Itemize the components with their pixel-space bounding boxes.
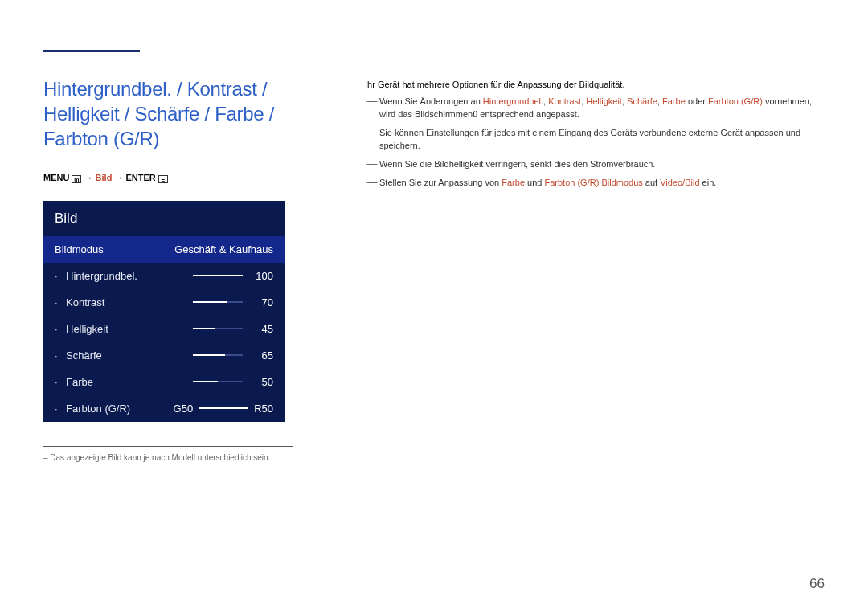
left-column: Hintergrundbel. / Kontrast / Helligkeit … bbox=[43, 76, 293, 462]
panel-row-farbton: · Farbton (G/R) G50 R50 bbox=[43, 395, 285, 422]
page-top-accent bbox=[43, 50, 140, 52]
page-number: 66 bbox=[809, 576, 825, 592]
note-text: Wenn Sie die Bildhelligkeit verringern, … bbox=[379, 158, 825, 171]
bullet-icon: · bbox=[55, 270, 66, 282]
note: ― Wenn Sie Änderungen an Hintergrundbel.… bbox=[365, 96, 825, 121]
slider bbox=[193, 275, 243, 276]
enter-label: ENTER bbox=[125, 173, 155, 182]
slider-fill bbox=[193, 275, 243, 276]
farbton-g: G50 bbox=[174, 403, 194, 415]
row-label: Farbton (G/R) bbox=[66, 403, 174, 415]
bild-label: Bild bbox=[96, 173, 113, 182]
footnote-divider bbox=[43, 446, 293, 447]
slider-fill bbox=[193, 301, 227, 303]
menu-path: MENU m → Bild → ENTER E bbox=[43, 173, 293, 183]
arrow-text: → bbox=[84, 173, 96, 182]
intro-text: Ihr Gerät hat mehrere Optionen für die A… bbox=[365, 80, 825, 89]
row-label: Schärfe bbox=[66, 349, 193, 362]
menu-label: MENU bbox=[43, 173, 69, 182]
page-top-rule bbox=[43, 51, 825, 51]
slider-fill bbox=[193, 328, 215, 329]
footnote: – Das angezeigte Bild kann je nach Model… bbox=[43, 453, 293, 462]
arrow-text: → bbox=[114, 173, 125, 182]
slider bbox=[193, 354, 243, 356]
panel-row: · Kontrast 70 bbox=[43, 289, 285, 316]
note: ― Wenn Sie die Bildhelligkeit verringern… bbox=[365, 158, 825, 171]
bullet-icon: · bbox=[55, 349, 66, 362]
slider-fill bbox=[193, 381, 218, 382]
mode-value: Geschäft & Kaufhaus bbox=[174, 243, 273, 255]
page-heading: Hintergrundbel. / Kontrast / Helligkeit … bbox=[43, 76, 293, 152]
row-value: 70 bbox=[251, 296, 273, 309]
bullet-icon: · bbox=[55, 296, 66, 309]
settings-panel: Bild Bildmodus Geschäft & Kaufhaus · Hin… bbox=[43, 201, 285, 422]
mode-label: Bildmodus bbox=[55, 243, 104, 255]
row-value: 50 bbox=[251, 376, 273, 388]
row-value: 45 bbox=[251, 323, 273, 335]
farbton-bar bbox=[199, 407, 248, 409]
panel-row: · Farbe 50 bbox=[43, 369, 285, 395]
slider bbox=[193, 381, 243, 382]
row-value: 65 bbox=[251, 349, 273, 362]
note-text: Wenn Sie Änderungen an Hintergrundbel., … bbox=[379, 96, 825, 121]
bullet-icon: · bbox=[55, 323, 66, 335]
note-text: Stellen Sie zur Anpassung von Farbe und … bbox=[379, 177, 825, 190]
slider bbox=[193, 301, 243, 303]
enter-icon: E bbox=[158, 175, 168, 183]
row-label: Hintergrundbel. bbox=[66, 270, 193, 282]
bullet-icon: · bbox=[55, 376, 66, 388]
panel-row: · Schärfe 65 bbox=[43, 342, 285, 369]
menu-icon: m bbox=[72, 175, 81, 183]
panel-row-mode: Bildmodus Geschäft & Kaufhaus bbox=[43, 236, 285, 263]
row-label: Helligkeit bbox=[66, 323, 193, 335]
dash-icon: ― bbox=[365, 158, 379, 171]
row-label: Kontrast bbox=[66, 296, 193, 309]
panel-row: · Helligkeit 45 bbox=[43, 316, 285, 342]
farbton-r: R50 bbox=[254, 403, 273, 415]
row-value: 100 bbox=[251, 270, 273, 282]
right-column: Ihr Gerät hat mehrere Optionen für die A… bbox=[365, 80, 825, 195]
dash-icon: ― bbox=[365, 96, 379, 121]
slider bbox=[193, 328, 243, 329]
panel-row: · Hintergrundbel. 100 bbox=[43, 263, 285, 289]
note: ― Stellen Sie zur Anpassung von Farbe un… bbox=[365, 177, 825, 190]
row-label: Farbe bbox=[66, 376, 193, 388]
panel-title: Bild bbox=[43, 201, 285, 236]
note: ― Sie können Einstellungen für jedes mit… bbox=[365, 127, 825, 153]
dash-icon: ― bbox=[365, 177, 379, 190]
bullet-icon: · bbox=[55, 403, 66, 415]
note-text: Sie können Einstellungen für jedes mit e… bbox=[379, 127, 825, 153]
slider-fill bbox=[193, 354, 225, 356]
dash-icon: ― bbox=[365, 127, 379, 153]
